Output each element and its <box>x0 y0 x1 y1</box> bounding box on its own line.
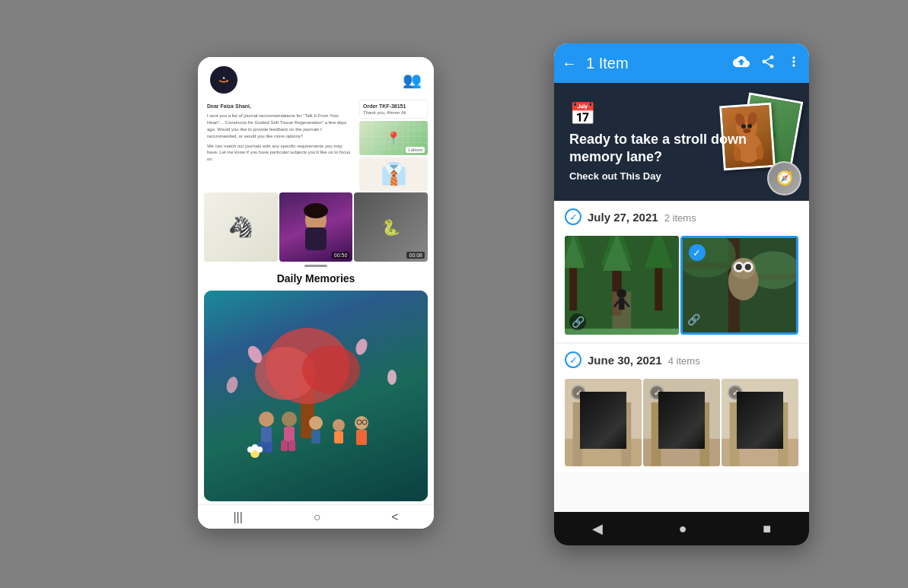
right-nav-bar: ◀ ● ■ <box>554 512 809 545</box>
image-zebra-tie: 🦓 <box>204 192 278 262</box>
svg-rect-95 <box>681 416 690 426</box>
svg-point-69 <box>744 264 750 270</box>
svg-rect-23 <box>311 430 320 443</box>
video-duration-2: 00:08 <box>406 252 425 259</box>
svg-rect-73 <box>573 402 583 466</box>
map-city-label: Lahore <box>406 147 425 153</box>
svg-point-18 <box>282 412 297 427</box>
email-body: I sent you a list of journal recommendat… <box>207 113 353 140</box>
svg-point-14 <box>259 412 274 427</box>
svg-rect-89 <box>664 396 699 436</box>
svg-rect-55 <box>619 298 624 310</box>
more-icon[interactable] <box>786 54 801 73</box>
room-photo-2[interactable]: ✓ <box>643 379 720 466</box>
daily-memories-title: Daily Memories <box>198 272 434 284</box>
order-greeting: Thank you, Ahmer Ali <box>363 110 424 115</box>
svg-point-32 <box>247 447 253 453</box>
june30-count: 4 items <box>668 355 700 367</box>
memory-banner-content: 📅 Ready to take a stroll down memory lan… <box>554 89 809 195</box>
svg-point-83 <box>610 430 617 437</box>
left-nav-bar: ||| ○ < <box>198 504 434 529</box>
memory-image-container: 📅 On 2nd April <box>204 291 428 501</box>
june30-section: ✓ June 30, 2021 4 items <box>554 343 809 379</box>
svg-rect-3 <box>305 227 327 250</box>
june30-date: June 30, 2021 4 items <box>588 354 700 367</box>
right-scroll[interactable]: ✓ July 27, 2021 2 items <box>554 201 809 512</box>
nav-home-btn[interactable]: ● <box>679 521 687 537</box>
svg-point-96 <box>689 430 696 437</box>
image-item3: 🐍 00:08 <box>354 192 428 262</box>
svg-rect-86 <box>652 402 661 466</box>
nav-back-icon[interactable]: < <box>391 510 398 524</box>
svg-rect-104 <box>760 396 769 406</box>
nav-recent-btn[interactable]: ■ <box>763 521 771 537</box>
video-duration-1: 00:50 <box>332 252 350 259</box>
svg-rect-102 <box>742 396 778 436</box>
order-title: Order TKF-38151 <box>363 103 424 109</box>
bottom-images: 🦓 00:50 🐍 00:08 <box>198 191 434 263</box>
svg-rect-101 <box>739 394 779 438</box>
email-right: Order TKF-38151 Thank you, Ahmer Ali 📍 L… <box>359 100 428 191</box>
memory-art-svg <box>209 324 422 469</box>
svg-point-33 <box>256 447 263 453</box>
svg-rect-105 <box>750 406 760 416</box>
svg-point-4 <box>304 203 328 218</box>
zebra-tie-emoji: 🦓 <box>228 215 253 239</box>
svg-rect-25 <box>334 431 343 443</box>
june30-header: ✓ June 30, 2021 4 items <box>565 351 798 368</box>
nav-menu-icon[interactable]: ||| <box>233 510 242 524</box>
svg-rect-75 <box>582 394 623 438</box>
calendar-big-icon: 📅 <box>569 101 794 126</box>
svg-rect-81 <box>585 416 594 426</box>
nav-home-icon[interactable]: ○ <box>314 510 321 524</box>
svg-rect-29 <box>356 430 367 445</box>
june30-check[interactable]: ✓ <box>565 351 581 368</box>
room1-check[interactable]: ✓ <box>571 385 586 400</box>
svg-rect-108 <box>760 416 769 426</box>
svg-rect-94 <box>664 416 673 426</box>
july27-header: ✓ July 27, 2021 2 items <box>565 208 798 225</box>
july27-date: July 27, 2021 2 items <box>588 211 696 224</box>
svg-rect-19 <box>284 427 295 442</box>
svg-point-22 <box>309 416 323 430</box>
left-phone: a 👥 Dear Faiza Shani, I sent you a list … <box>198 57 434 529</box>
svg-rect-87 <box>699 402 709 466</box>
svg-point-24 <box>333 419 345 431</box>
daily-memories-section: Daily Memories <box>198 268 434 288</box>
july27-date-text: July 27, 2021 <box>588 211 658 224</box>
upload-icon[interactable] <box>733 53 750 74</box>
email-signature: We can match our journals with any speci… <box>207 143 353 162</box>
svg-rect-103 <box>742 396 751 406</box>
order-header: Order TKF-38151 Thank you, Ahmer Ali <box>359 100 428 119</box>
svg-rect-107 <box>742 416 751 426</box>
july27-section: ✓ July 27, 2021 2 items <box>554 201 809 236</box>
svg-rect-99 <box>730 402 740 466</box>
photo-forest-trail[interactable]: 🔗 <box>565 236 679 335</box>
memory-banner-title: Ready to take a stroll down memory lane? <box>569 131 794 167</box>
svg-rect-20 <box>281 440 288 451</box>
july27-check[interactable]: ✓ <box>565 208 581 225</box>
svg-rect-76 <box>585 396 621 436</box>
svg-rect-78 <box>603 396 612 406</box>
owl-selected-check[interactable]: ✓ <box>689 244 706 261</box>
room3-check[interactable]: ✓ <box>728 385 743 400</box>
room-photo-3[interactable]: ✓ <box>722 379 798 466</box>
photo-owl[interactable]: ✓ 🔗 <box>680 236 799 335</box>
memory-art <box>204 291 428 501</box>
nav-back-btn[interactable]: ◀ <box>592 520 603 537</box>
room2-check[interactable]: ✓ <box>649 385 664 400</box>
room-photo-1[interactable]: ✓ <box>565 379 642 466</box>
svg-rect-93 <box>690 406 699 416</box>
svg-point-109 <box>767 430 774 437</box>
email-section: Dear Faiza Shani, I sent you a list of j… <box>198 100 434 191</box>
back-button[interactable]: ← <box>562 55 577 72</box>
svg-point-11 <box>354 337 370 356</box>
memory-banner-link[interactable]: Check out This Day <box>569 170 661 182</box>
svg-rect-100 <box>778 402 788 466</box>
svg-point-13 <box>225 375 239 394</box>
svg-point-12 <box>387 370 397 385</box>
svg-rect-21 <box>288 440 295 451</box>
share-icon[interactable] <box>760 54 776 73</box>
svg-rect-17 <box>266 442 272 453</box>
right-header: ← 1 Item <box>554 43 809 83</box>
